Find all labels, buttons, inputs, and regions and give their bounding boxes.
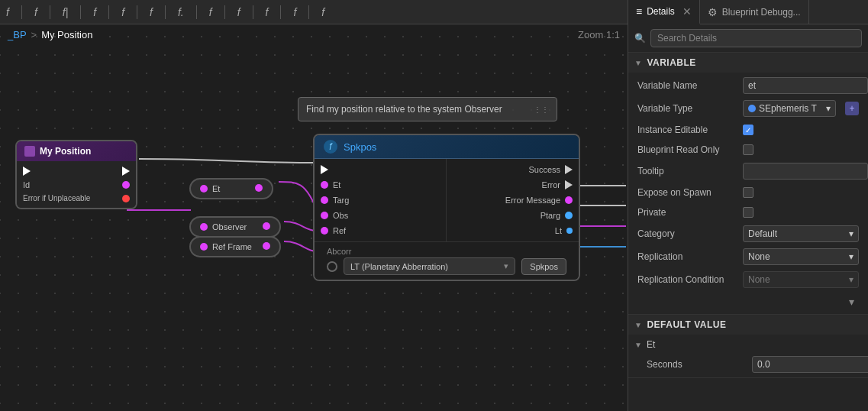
default-value-chevron-icon: ▼: [634, 321, 642, 329]
seconds-label: Seconds: [647, 359, 746, 370]
toolbar-separator-10: [280, 5, 281, 19]
seconds-input[interactable]: [752, 356, 868, 373]
observer-input-pin: [200, 223, 208, 231]
spkpos-success-label: Success: [528, 165, 560, 174]
id-pin-row: Id: [17, 178, 136, 192]
tooltip-label: Tooltip: [637, 166, 737, 176]
details-icon: ≡: [636, 5, 642, 18]
my-position-header: My Position: [17, 141, 136, 161]
toolbar-separator-8: [224, 5, 225, 19]
replication-dropdown[interactable]: None ▾: [743, 248, 859, 265]
replication-condition-chevron-icon: ▾: [849, 274, 853, 285]
nodes-area: My Position Id Error if Unplaceable: [0, 50, 628, 411]
error-pin-dot: [122, 195, 130, 202]
blueprint-read-only-checkbox[interactable]: [743, 144, 753, 155]
observer-input-node[interactable]: Observer: [189, 216, 281, 238]
spkpos-header: f Spkpos: [315, 135, 579, 159]
variable-type-dropdown[interactable]: SEphemeris T ▾: [743, 100, 836, 117]
tooltip-input[interactable]: [743, 163, 868, 180]
private-checkbox[interactable]: [743, 207, 753, 218]
variable-section-expand-btn[interactable]: ▾: [844, 294, 859, 309]
instance-editable-checkbox[interactable]: [743, 125, 753, 135]
replication-condition-value: None: [748, 274, 770, 285]
toolbar-separator-2: [50, 5, 50, 19]
ref-frame-input-pin: [200, 243, 208, 251]
toolbar-icon-9[interactable]: f: [237, 6, 240, 18]
details-close-icon[interactable]: ✕: [682, 5, 692, 18]
toolbar-icon-7[interactable]: f.: [178, 6, 184, 18]
replication-chevron-icon: ▾: [849, 251, 853, 262]
breadcrumb-current: My Position: [41, 29, 92, 40]
category-value: Default: [748, 228, 777, 239]
abcorr-label: Abcorr: [321, 247, 573, 256]
abcorr-pin-circle: [327, 261, 337, 272]
private-row: Private: [628, 202, 868, 222]
comment-box: Find my position relative to the system …: [298, 97, 557, 121]
default-value-header[interactable]: ▼ DEFAULT VALUE: [628, 315, 868, 335]
spkpos-footer: Abcorr LT (Planetary Abberration) ▾ Spkp…: [315, 241, 579, 280]
spkpos-targ-dot: [321, 196, 328, 204]
comment-text: Find my position relative to the system …: [306, 104, 502, 115]
toolbar-icon-1[interactable]: f: [6, 6, 9, 18]
spkpos-button[interactable]: Spkpos: [521, 258, 566, 275]
spkpos-exec-in: [315, 162, 446, 177]
toolbar-icon-3[interactable]: f|: [63, 6, 69, 18]
spkpos-left-pins: Et Targ Obs Ref: [315, 159, 447, 241]
toolbar-icon-2[interactable]: f: [34, 6, 37, 18]
section-expand-row: ▾: [628, 291, 868, 312]
toolbar-icon-5[interactable]: f: [121, 6, 124, 18]
variable-section-body: Variable Name Variable Type SEphemeris T…: [628, 73, 868, 314]
toolbar-separator-5: [137, 5, 137, 19]
spkpos-node[interactable]: f Spkpos Et Targ: [313, 134, 580, 281]
replication-condition-dropdown: None ▾: [743, 271, 859, 288]
toolbar-icon-11[interactable]: f: [293, 6, 296, 18]
variable-type-expand[interactable]: +: [845, 102, 859, 115]
toolbar-icon-6[interactable]: f: [150, 6, 153, 18]
category-dropdown[interactable]: Default ▾: [743, 225, 859, 242]
comment-drag-handle[interactable]: ⋮⋮: [534, 105, 549, 114]
expose-on-spawn-row: Expose on Spawn: [628, 183, 868, 202]
toolbar: f f f| f f f f. f f f f f: [0, 0, 628, 24]
spkpos-lt-pin: Lt: [447, 223, 579, 238]
toolbar-icon-12[interactable]: f: [321, 6, 324, 18]
variable-name-input[interactable]: [743, 77, 868, 94]
tooltip-row: Tooltip: [628, 160, 868, 183]
spkpos-ptarg-dot: [565, 212, 573, 219]
spkpos-success-exec: [565, 165, 573, 174]
default-value-body: ▼ Et Seconds: [628, 335, 868, 377]
observer-output-pin: [263, 222, 270, 231]
tab-details[interactable]: ≡ Details ✕: [628, 0, 700, 24]
ref-frame-input-node[interactable]: Ref Frame: [189, 236, 281, 257]
search-input[interactable]: [650, 29, 862, 47]
spkpos-obs-dot: [321, 212, 328, 219]
instance-editable-row: Instance Editable: [628, 120, 868, 140]
spkpos-lt-dot: [566, 228, 573, 234]
blueprint-canvas[interactable]: f f f| f f f f. f f f f f _BP > My Posit…: [0, 0, 628, 411]
ref-frame-input-label: Ref Frame: [212, 242, 252, 251]
variable-type-label: Variable Type: [637, 103, 737, 114]
et-subsection-header[interactable]: ▼ Et: [628, 336, 868, 353]
toolbar-icon-10[interactable]: f: [266, 6, 269, 18]
category-row: Category Default ▾: [628, 222, 868, 245]
observer-input-label: Observer: [212, 222, 247, 231]
breadcrumb-parent[interactable]: _BP: [8, 29, 27, 40]
toolbar-separator-3: [80, 5, 81, 19]
error-pin-row: Error if Unplaceable: [17, 192, 136, 205]
spkpos-error-label: Error: [542, 180, 560, 189]
expose-on-spawn-checkbox[interactable]: [743, 187, 753, 198]
expose-on-spawn-label: Expose on Spawn: [637, 187, 737, 198]
my-position-node[interactable]: My Position Id Error if Unplaceable: [15, 140, 137, 209]
toolbar-icon-4[interactable]: f: [93, 6, 96, 18]
variable-type-badge: SEphemeris T: [748, 103, 817, 114]
toolbar-separator: [21, 5, 22, 19]
spkpos-ref-dot: [321, 227, 328, 235]
blueprint-read-only-row: Blueprint Read Only: [628, 140, 868, 160]
category-chevron-icon: ▾: [849, 228, 853, 239]
default-value-title: DEFAULT VALUE: [647, 319, 726, 330]
abcorr-dropdown[interactable]: LT (Planetary Abberration) ▾: [344, 257, 515, 275]
et-input-node[interactable]: Et: [189, 178, 273, 199]
toolbar-icon-8[interactable]: f: [209, 6, 212, 18]
tab-blueprint-debug[interactable]: ⚙ Blueprint Debugg...: [700, 0, 809, 24]
variable-section-header[interactable]: ▼ VARIABLE: [628, 53, 868, 73]
toolbar-separator-6: [165, 5, 166, 19]
